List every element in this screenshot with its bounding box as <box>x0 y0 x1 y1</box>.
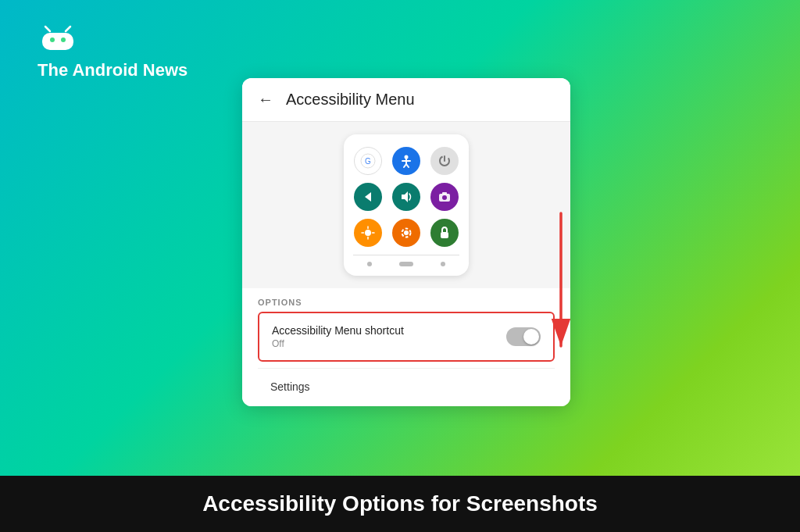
bottom-bar: Accessibility Options for Screenshots <box>0 476 800 532</box>
nav-dot-1 <box>367 262 372 266</box>
phone-preview-area: G <box>242 122 570 288</box>
phone-nav-bar <box>353 255 459 266</box>
svg-point-3 <box>50 37 55 42</box>
android-logo-icon <box>38 25 78 57</box>
toggle-text-group: Accessibility Menu shortcut Off <box>272 324 404 349</box>
svg-line-0 <box>45 27 50 31</box>
back-icon <box>354 183 382 211</box>
toggle-sublabel: Off <box>272 338 404 349</box>
svg-point-19 <box>365 230 371 236</box>
svg-line-1 <box>66 27 70 31</box>
svg-text:G: G <box>365 157 371 166</box>
svg-marker-15 <box>402 191 408 202</box>
nav-home <box>399 262 413 266</box>
settings-icon <box>392 219 420 247</box>
svg-line-11 <box>406 164 409 167</box>
toggle-knob <box>523 329 539 345</box>
svg-rect-2 <box>42 33 73 50</box>
logo-text: The Android News <box>38 60 188 80</box>
svg-point-24 <box>404 230 409 235</box>
toggle-switch[interactable] <box>506 327 541 346</box>
lock-icon <box>430 219 459 247</box>
accessibility-icon <box>392 147 420 175</box>
volume-icon <box>392 183 420 211</box>
nav-dot-2 <box>441 262 445 266</box>
settings-row[interactable]: Settings <box>258 368 555 406</box>
back-arrow-icon[interactable]: ← <box>258 91 273 109</box>
bottom-bar-text: Accessibility Options for Screenshots <box>202 491 598 516</box>
google-icon: G <box>354 147 382 175</box>
svg-point-4 <box>61 37 66 42</box>
phone-mockup: G <box>344 134 469 276</box>
phone-card: ← Accessibility Menu G <box>242 78 570 406</box>
toggle-label: Accessibility Menu shortcut <box>272 324 404 337</box>
toggle-row: Accessibility Menu shortcut Off <box>258 312 555 362</box>
card-title: Accessibility Menu <box>286 91 415 109</box>
icon-grid: G <box>353 147 459 247</box>
options-label: OPTIONS <box>258 298 555 307</box>
brightness-icon <box>354 219 382 247</box>
svg-marker-14 <box>365 192 371 202</box>
svg-rect-26 <box>441 232 448 238</box>
logo-area: The Android News <box>38 25 188 80</box>
camera-icon <box>430 183 459 211</box>
power-icon <box>430 147 459 175</box>
svg-point-17 <box>442 195 447 200</box>
options-section: OPTIONS Accessibility Menu shortcut Off … <box>242 288 570 406</box>
svg-rect-18 <box>442 192 447 195</box>
card-header: ← Accessibility Menu <box>242 78 570 122</box>
settings-text: Settings <box>270 380 310 393</box>
